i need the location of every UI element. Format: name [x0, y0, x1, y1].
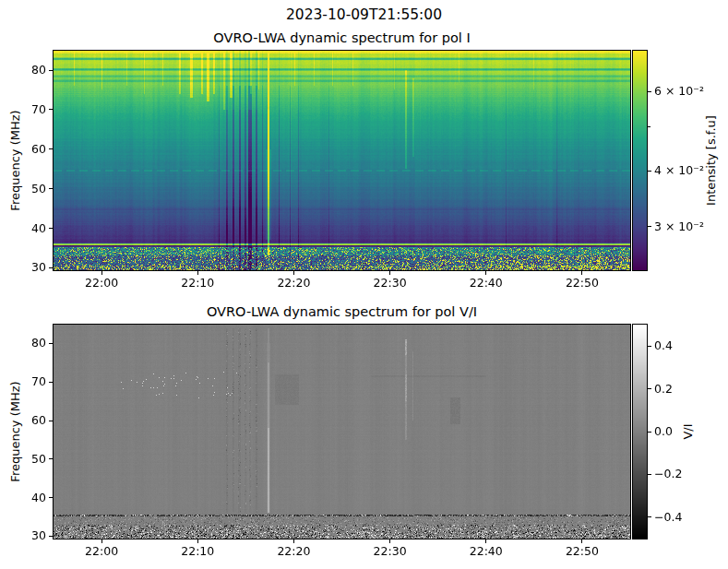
y-tick — [49, 188, 53, 189]
x-tick — [293, 271, 294, 275]
y-tick — [49, 148, 53, 149]
colorbar-tick-label: −0.4 — [654, 510, 682, 525]
y-tick — [49, 458, 53, 459]
x-tick-label: 22:50 — [558, 544, 606, 559]
x-tick-label: 22:10 — [173, 544, 221, 559]
colorbar-tick-label: 0.0 — [654, 424, 673, 439]
colorbar-tick-label: −0.2 — [654, 467, 682, 481]
x-tick — [581, 271, 582, 275]
colorbar-tick — [648, 474, 651, 475]
x-tick — [485, 539, 486, 543]
pol-vi-ylabel: Frequency (MHz) — [8, 381, 22, 481]
colorbar-tick — [648, 171, 651, 172]
y-tick — [49, 536, 53, 537]
y-tick — [49, 70, 53, 71]
pol-i-colorbar-label: Intensity [s.f.u] — [704, 115, 718, 206]
y-tick-label: 40 — [15, 491, 46, 505]
x-tick-label: 22:00 — [78, 544, 125, 559]
y-tick-label: 50 — [15, 182, 46, 196]
y-tick-label: 70 — [15, 374, 46, 389]
colorbar-tick-label: 0.4 — [654, 338, 673, 353]
pol-i-colorbar — [633, 51, 647, 270]
x-tick-label: 22:50 — [558, 276, 606, 290]
x-tick-label: 22:10 — [173, 276, 221, 290]
x-tick — [293, 539, 294, 543]
y-tick — [49, 382, 53, 383]
pol-vi-spectrogram — [54, 325, 630, 539]
x-tick-label: 22:20 — [269, 276, 317, 290]
x-tick — [101, 271, 102, 275]
y-tick-label: 80 — [15, 63, 46, 77]
y-tick-label: 30 — [15, 528, 46, 543]
y-tick-label: 80 — [15, 336, 46, 350]
y-tick — [49, 267, 53, 268]
x-tick — [581, 539, 582, 543]
y-tick-label: 60 — [15, 142, 46, 157]
colorbar-tick — [648, 346, 651, 347]
y-tick — [49, 497, 53, 498]
colorbar-tick — [648, 388, 651, 389]
colorbar-tick-label: 0.2 — [654, 382, 673, 397]
colorbar-tick-label: 4 × 10⁻² — [654, 163, 704, 178]
colorbar-tick — [648, 516, 651, 517]
x-tick — [389, 539, 390, 543]
y-tick-label: 50 — [15, 452, 46, 467]
colorbar-tick — [648, 226, 651, 227]
x-tick — [197, 539, 198, 543]
y-tick — [49, 343, 53, 344]
x-tick-label: 22:30 — [366, 544, 414, 559]
y-tick-label: 70 — [15, 102, 46, 117]
x-tick — [389, 271, 390, 275]
y-tick-label: 60 — [15, 413, 46, 428]
y-tick-label: 30 — [15, 260, 46, 275]
pol-i-spectrogram — [54, 51, 630, 270]
x-tick-label: 22:40 — [462, 544, 510, 559]
y-tick — [49, 421, 53, 421]
x-tick — [101, 539, 102, 543]
pol-vi-title: OVRO-LWA dynamic spectrum for pol V/I — [54, 304, 630, 319]
x-tick-label: 22:40 — [462, 276, 510, 290]
colorbar-tick — [648, 91, 651, 92]
x-tick-label: 22:30 — [366, 276, 414, 290]
x-tick — [197, 271, 198, 275]
colorbar-tick — [648, 432, 651, 433]
x-tick — [485, 271, 486, 275]
pol-vi-colorbar — [633, 325, 647, 539]
pol-i-title: OVRO-LWA dynamic spectrum for pol I — [54, 30, 630, 45]
y-tick — [49, 109, 53, 110]
colorbar-tick-label: 6 × 10⁻² — [654, 84, 704, 99]
y-tick-label: 40 — [15, 221, 46, 236]
x-tick-label: 22:00 — [78, 276, 125, 290]
x-tick-label: 22:20 — [269, 544, 317, 559]
pol-vi-colorbar-label: V/I — [681, 423, 695, 439]
y-tick — [49, 228, 53, 229]
colorbar-tick-label: 3 × 10⁻² — [654, 219, 704, 234]
colorbar-minor-tick — [648, 126, 650, 127]
figure: 2023-10-09T21:55:00 OVRO-LWA dynamic spe… — [0, 0, 728, 569]
figure-suptitle: 2023-10-09T21:55:00 — [0, 6, 728, 23]
